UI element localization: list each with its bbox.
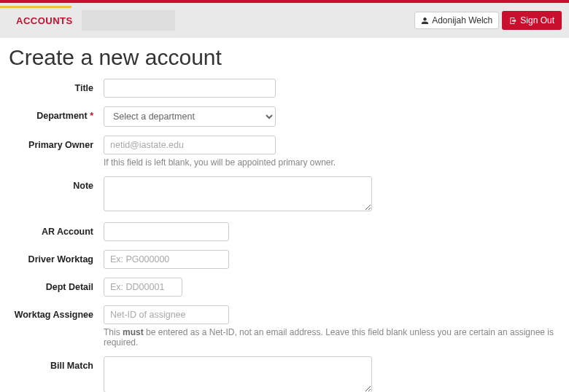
ar-account-input[interactable] bbox=[104, 222, 229, 241]
bill-match-textarea[interactable] bbox=[104, 356, 372, 392]
signout-button[interactable]: Sign Out bbox=[502, 11, 562, 30]
nav-placeholder bbox=[82, 10, 175, 31]
title-input[interactable] bbox=[104, 79, 276, 98]
brand-title[interactable]: ACCOUNTS bbox=[7, 15, 82, 26]
label-department: Department * bbox=[9, 106, 104, 121]
create-account-form: Title Department * Select a department P… bbox=[0, 79, 569, 392]
dept-detail-input[interactable] bbox=[104, 278, 182, 297]
user-icon bbox=[421, 17, 429, 25]
label-title: Title bbox=[9, 79, 104, 93]
label-worktag-assignee: Worktag Assignee bbox=[9, 305, 104, 320]
primary-owner-input[interactable] bbox=[104, 136, 276, 154]
label-ar-account: AR Account bbox=[9, 222, 104, 237]
worktag-assignee-input[interactable] bbox=[104, 305, 229, 324]
user-chip[interactable]: Adonijah Welch bbox=[414, 12, 499, 29]
help-worktag-assignee: This must be entered as a Net-ID, not an… bbox=[104, 327, 560, 348]
brand-accent bbox=[0, 6, 71, 8]
signout-label: Sign Out bbox=[520, 15, 554, 26]
page-title: Create a new account bbox=[9, 45, 560, 70]
signout-icon bbox=[509, 17, 517, 25]
nav-right: Adonijah Welch Sign Out bbox=[414, 11, 562, 30]
label-driver-worktag: Driver Worktag bbox=[9, 250, 104, 264]
label-note: Note bbox=[9, 176, 104, 191]
department-select[interactable]: Select a department bbox=[104, 106, 276, 127]
label-dept-detail: Dept Detail bbox=[9, 278, 104, 292]
label-bill-match: Bill Match bbox=[9, 356, 104, 371]
driver-worktag-input[interactable] bbox=[104, 250, 229, 269]
note-textarea[interactable] bbox=[104, 176, 372, 211]
help-primary-owner: If this field is left blank, you will be… bbox=[104, 157, 560, 168]
navbar: ACCOUNTS Adonijah Welch Sign Out bbox=[0, 3, 569, 38]
label-primary-owner: Primary Owner bbox=[9, 136, 104, 150]
user-name: Adonijah Welch bbox=[432, 15, 492, 26]
